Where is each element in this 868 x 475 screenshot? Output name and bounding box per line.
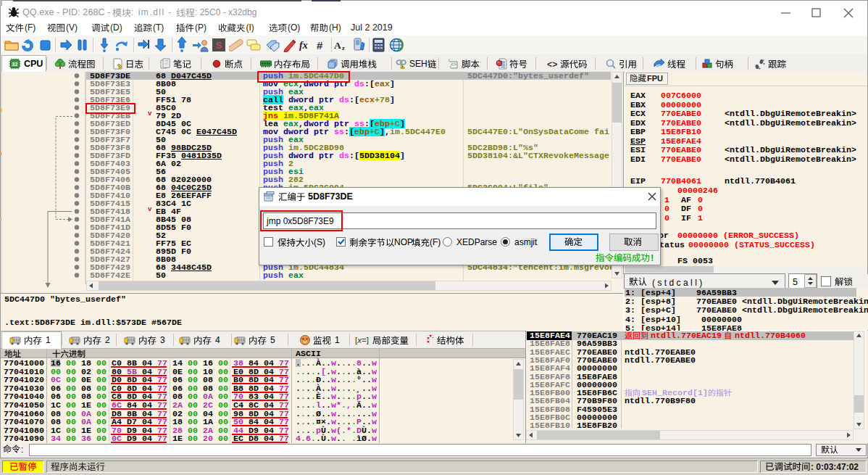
svg-text:<>: <> — [451, 62, 456, 67]
svg-text:fx: fx — [299, 40, 308, 51]
svg-text:32: 32 — [12, 62, 18, 67]
svg-text:S: S — [216, 40, 222, 51]
svg-text:A: A — [334, 40, 341, 51]
svg-text:z: z — [342, 44, 345, 51]
svg-text:#: # — [317, 39, 323, 51]
svg-text:!: ! — [402, 65, 404, 70]
svg-text:<>: <> — [547, 60, 557, 70]
